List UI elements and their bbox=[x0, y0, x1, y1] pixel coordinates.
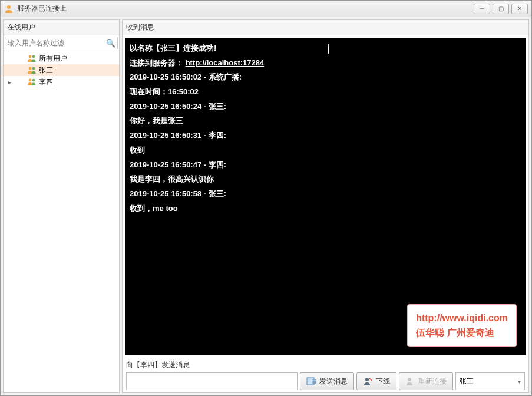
svg-point-0 bbox=[7, 5, 11, 9]
message-list: 2019-10-25 16:50:02 - 系统广播: 现在时间：16:50:0… bbox=[130, 70, 521, 216]
offline-button[interactable]: 下线 bbox=[356, 372, 396, 390]
svg-point-1 bbox=[29, 55, 32, 58]
app-window: 服务器已连接上 ─ ▢ ✕ 在线用户 🔍 所有用户张三李四 收到消息 以名称【张… bbox=[0, 0, 532, 396]
message-console[interactable]: 以名称【张三】连接成功! 连接到服务器： http://localhost:17… bbox=[125, 38, 526, 355]
svg-point-5 bbox=[29, 79, 32, 82]
message-header: 2019-10-25 16:50:31 - 李四: bbox=[130, 128, 521, 143]
search-input[interactable] bbox=[5, 37, 118, 50]
reconnect-button[interactable]: 重新连接 bbox=[399, 372, 453, 390]
send-row: 发送消息 下线 重新连接 张三 bbox=[126, 372, 525, 390]
sidebar: 在线用户 🔍 所有用户张三李四 bbox=[3, 19, 120, 393]
svg-point-9 bbox=[408, 378, 411, 381]
message-header: 2019-10-25 16:50:02 - 系统广播: bbox=[130, 70, 521, 85]
users-icon bbox=[27, 78, 37, 86]
message-header: 2019-10-25 16:50:24 - 张三: bbox=[130, 100, 521, 114]
minimize-button[interactable]: ─ bbox=[474, 4, 490, 14]
send-button-label: 发送消息 bbox=[319, 377, 348, 387]
watermark: http://www.iqidi.com 伍华聪 广州爱奇迪 bbox=[407, 304, 517, 347]
titlebar: 服务器已连接上 ─ ▢ ✕ bbox=[1, 1, 531, 17]
maximize-button[interactable]: ▢ bbox=[493, 4, 509, 14]
username-select[interactable]: 张三 bbox=[455, 372, 525, 390]
username-value: 张三 bbox=[460, 377, 474, 387]
connect-success-text: 以名称【张三】连接成功! bbox=[130, 44, 216, 52]
app-icon bbox=[4, 4, 14, 14]
svg-point-3 bbox=[29, 67, 32, 70]
svg-point-2 bbox=[32, 55, 35, 58]
message-body: 现在时间：16:50:02 bbox=[130, 85, 521, 100]
server-url-link[interactable]: http://localhost:17284 bbox=[186, 58, 265, 67]
sidebar-item-user[interactable]: 所有用户 bbox=[4, 52, 119, 64]
watermark-caption: 伍华聪 广州爱奇迪 bbox=[416, 325, 508, 341]
server-line: 连接到服务器： http://localhost:17284 bbox=[130, 56, 521, 71]
message-header: 2019-10-25 16:50:47 - 李四: bbox=[130, 158, 521, 173]
close-button[interactable]: ✕ bbox=[511, 4, 528, 14]
search-wrap: 🔍 bbox=[4, 35, 119, 51]
reconnect-button-label: 重新连接 bbox=[418, 377, 447, 387]
main-panel: 收到消息 以名称【张三】连接成功! 连接到服务器： http://localho… bbox=[122, 19, 529, 393]
send-label: 向【李四】发送消息 bbox=[126, 360, 525, 370]
user-tree: 所有用户张三李四 bbox=[4, 51, 119, 392]
sidebar-item-label: 张三 bbox=[39, 65, 53, 75]
connect-success-line: 以名称【张三】连接成功! bbox=[130, 41, 521, 56]
main-header: 收到消息 bbox=[123, 20, 528, 35]
svg-point-6 bbox=[32, 79, 35, 81]
users-icon bbox=[27, 66, 37, 74]
text-cursor-icon bbox=[328, 44, 329, 54]
message-body: 我是李四，很高兴认识你 bbox=[130, 172, 521, 187]
message-body: 收到 bbox=[130, 143, 521, 158]
body-area: 在线用户 🔍 所有用户张三李四 收到消息 以名称【张三】连接成功! 连接到服务器… bbox=[1, 17, 531, 395]
message-body: 你好，我是张三 bbox=[130, 114, 521, 128]
sidebar-item-user[interactable]: 李四 bbox=[4, 76, 119, 88]
svg-point-8 bbox=[365, 378, 369, 381]
sidebar-item-label: 所有用户 bbox=[39, 54, 67, 64]
message-header: 2019-10-25 16:50:58 - 张三: bbox=[130, 187, 521, 202]
reconnect-icon bbox=[405, 376, 416, 387]
users-icon bbox=[27, 54, 37, 62]
svg-point-4 bbox=[32, 67, 35, 70]
offline-icon bbox=[363, 376, 374, 387]
send-icon bbox=[306, 376, 317, 387]
watermark-url: http://www.iqidi.com bbox=[416, 311, 508, 326]
send-button[interactable]: 发送消息 bbox=[300, 372, 354, 390]
window-title: 服务器已连接上 bbox=[17, 4, 474, 14]
send-area: 向【李四】发送消息 发送消息 下线 bbox=[123, 358, 528, 392]
server-prefix: 连接到服务器： bbox=[130, 58, 183, 67]
offline-button-label: 下线 bbox=[376, 377, 390, 387]
window-controls: ─ ▢ ✕ bbox=[474, 4, 528, 14]
sidebar-header: 在线用户 bbox=[4, 20, 119, 35]
sidebar-item-user[interactable]: 张三 bbox=[4, 64, 119, 76]
sidebar-item-label: 李四 bbox=[39, 77, 53, 87]
search-icon[interactable]: 🔍 bbox=[106, 39, 115, 48]
message-body: 收到，me too bbox=[130, 202, 521, 216]
message-input[interactable] bbox=[126, 372, 298, 390]
